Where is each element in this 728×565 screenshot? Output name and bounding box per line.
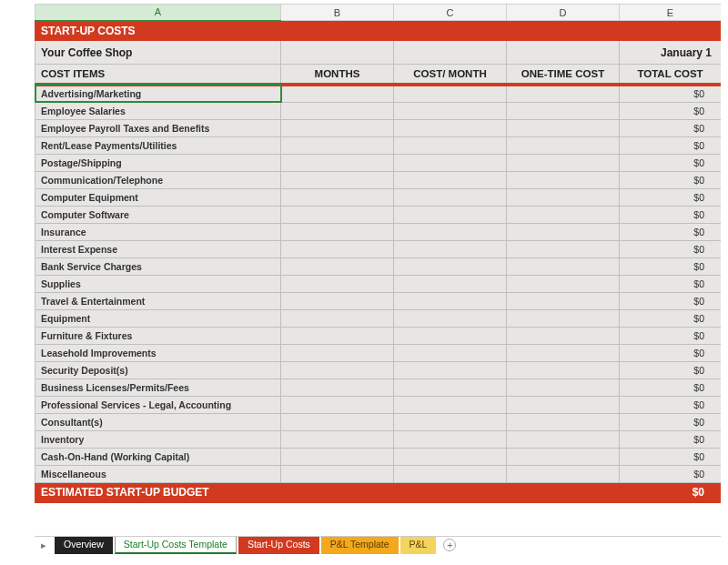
budget-label[interactable]: ESTIMATED START-UP BUDGET <box>35 482 281 502</box>
cost-item-label[interactable]: Bank Service Charges <box>35 257 281 275</box>
one-time-cell[interactable] <box>507 206 620 223</box>
header-cost-items[interactable]: COST ITEMS <box>35 65 281 86</box>
cost-month-cell[interactable] <box>394 257 507 275</box>
months-cell[interactable] <box>281 171 394 188</box>
one-time-cell[interactable] <box>507 223 620 240</box>
cost-item-label[interactable]: Consultant(s) <box>35 413 281 430</box>
company-name-cell[interactable]: Your Coffee Shop <box>35 41 281 65</box>
cost-item-label[interactable]: Advertising/Marketing <box>35 85 281 102</box>
cost-item-label[interactable]: Leasehold Improvements <box>35 344 281 361</box>
one-time-cell[interactable] <box>507 102 620 119</box>
header-months[interactable]: MONTHS <box>281 65 394 86</box>
one-time-cell[interactable] <box>507 171 620 188</box>
cost-month-cell[interactable] <box>394 361 507 378</box>
cost-month-cell[interactable] <box>394 327 507 344</box>
one-time-cell[interactable] <box>507 344 620 361</box>
total-cell[interactable]: $0 <box>620 327 722 344</box>
sheet-tab[interactable]: Start-Up Costs Template <box>115 537 237 554</box>
months-cell[interactable] <box>281 188 394 206</box>
total-cell[interactable]: $0 <box>620 206 722 223</box>
one-time-cell[interactable] <box>507 309 620 327</box>
cost-month-cell[interactable] <box>394 292 507 309</box>
total-cell[interactable]: $0 <box>620 136 722 154</box>
one-time-cell[interactable] <box>507 361 620 378</box>
empty-cell[interactable] <box>394 41 507 65</box>
total-cell[interactable]: $0 <box>620 119 722 136</box>
months-cell[interactable] <box>281 136 394 154</box>
empty-cell[interactable] <box>281 41 394 65</box>
months-cell[interactable] <box>281 448 394 465</box>
months-cell[interactable] <box>281 119 394 136</box>
total-cell[interactable]: $0 <box>620 240 722 257</box>
one-time-cell[interactable] <box>507 448 620 465</box>
total-cell[interactable]: $0 <box>620 223 722 240</box>
months-cell[interactable] <box>281 257 394 275</box>
cost-month-cell[interactable] <box>394 396 507 413</box>
cost-item-label[interactable]: Business Licenses/Permits/Fees <box>35 378 281 396</box>
cost-month-cell[interactable] <box>394 119 507 136</box>
total-cell[interactable]: $0 <box>620 171 722 188</box>
date-cell[interactable]: January 1 <box>620 41 722 65</box>
cost-item-label[interactable]: Travel & Entertainment <box>35 292 281 309</box>
total-cell[interactable]: $0 <box>620 430 722 448</box>
cost-month-cell[interactable] <box>394 465 507 482</box>
months-cell[interactable] <box>281 430 394 448</box>
one-time-cell[interactable] <box>507 327 620 344</box>
cost-item-label[interactable]: Postage/Shipping <box>35 154 281 171</box>
one-time-cell[interactable] <box>507 136 620 154</box>
months-cell[interactable] <box>281 396 394 413</box>
total-cell[interactable]: $0 <box>620 309 722 327</box>
cost-month-cell[interactable] <box>394 136 507 154</box>
one-time-cell[interactable] <box>507 413 620 430</box>
empty-cell[interactable] <box>281 482 394 502</box>
sheet-tab[interactable]: Overview <box>55 537 113 554</box>
one-time-cell[interactable] <box>507 119 620 136</box>
cost-item-label[interactable]: Miscellaneous <box>35 465 281 482</box>
months-cell[interactable] <box>281 240 394 257</box>
empty-cell[interactable] <box>507 41 620 65</box>
one-time-cell[interactable] <box>507 292 620 309</box>
cost-month-cell[interactable] <box>394 171 507 188</box>
cost-month-cell[interactable] <box>394 448 507 465</box>
total-cell[interactable]: $0 <box>620 257 722 275</box>
months-cell[interactable] <box>281 378 394 396</box>
total-cell[interactable]: $0 <box>620 154 722 171</box>
total-cell[interactable]: $0 <box>620 448 722 465</box>
cost-item-label[interactable]: Employee Salaries <box>35 102 281 119</box>
cost-item-label[interactable]: Cash-On-Hand (Working Capital) <box>35 448 281 465</box>
one-time-cell[interactable] <box>507 188 620 206</box>
cost-month-cell[interactable] <box>394 378 507 396</box>
total-cell[interactable]: $0 <box>620 413 722 430</box>
total-cell[interactable]: $0 <box>620 344 722 361</box>
months-cell[interactable] <box>281 206 394 223</box>
cost-month-cell[interactable] <box>394 275 507 292</box>
one-time-cell[interactable] <box>507 154 620 171</box>
months-cell[interactable] <box>281 102 394 119</box>
cost-month-cell[interactable] <box>394 85 507 102</box>
header-one-time[interactable]: ONE-TIME COST <box>507 65 620 86</box>
empty-cell[interactable] <box>394 482 507 502</box>
cost-month-cell[interactable] <box>394 413 507 430</box>
total-cell[interactable]: $0 <box>620 292 722 309</box>
sheet-tab[interactable]: Start-Up Costs <box>238 537 319 554</box>
cost-item-label[interactable]: Rent/Lease Payments/Utilities <box>35 136 281 154</box>
total-cell[interactable]: $0 <box>620 396 722 413</box>
months-cell[interactable] <box>281 292 394 309</box>
sheet-title[interactable]: START-UP COSTS <box>35 21 722 41</box>
cost-month-cell[interactable] <box>394 188 507 206</box>
months-cell[interactable] <box>281 465 394 482</box>
one-time-cell[interactable] <box>507 465 620 482</box>
months-cell[interactable] <box>281 344 394 361</box>
cost-item-label[interactable]: Furniture & Fixtures <box>35 327 281 344</box>
cost-month-cell[interactable] <box>394 430 507 448</box>
one-time-cell[interactable] <box>507 430 620 448</box>
months-cell[interactable] <box>281 361 394 378</box>
cost-item-label[interactable]: Employee Payroll Taxes and Benefits <box>35 119 281 136</box>
months-cell[interactable] <box>281 154 394 171</box>
cost-item-label[interactable]: Equipment <box>35 309 281 327</box>
cost-item-label[interactable]: Computer Software <box>35 206 281 223</box>
one-time-cell[interactable] <box>507 378 620 396</box>
months-cell[interactable] <box>281 223 394 240</box>
one-time-cell[interactable] <box>507 257 620 275</box>
cost-month-cell[interactable] <box>394 206 507 223</box>
